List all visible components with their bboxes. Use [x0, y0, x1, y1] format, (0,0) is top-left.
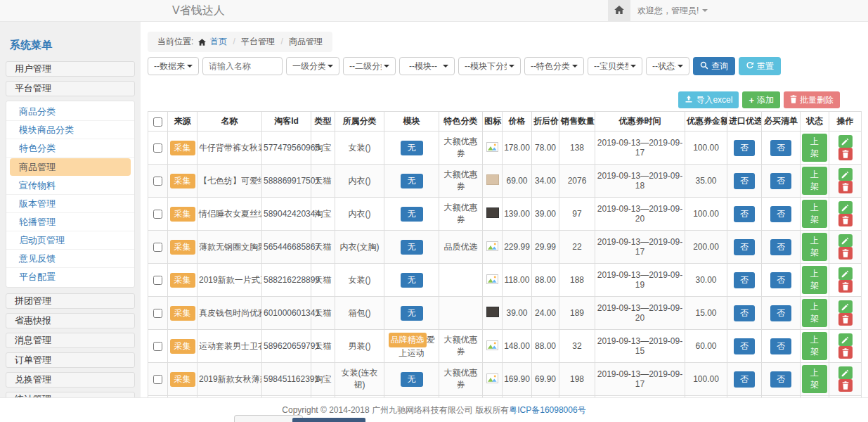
search-button[interactable]: 查询	[693, 57, 735, 75]
must-buy-toggle[interactable]: 否	[770, 305, 791, 321]
row-checkbox[interactable]	[153, 143, 162, 153]
module-select[interactable]: --模块--	[399, 57, 455, 75]
sidebar-item-user-mgmt[interactable]: 用户管理	[6, 61, 135, 77]
module-subcategory-select[interactable]: --模块下分类--	[458, 57, 521, 75]
import-optimal-toggle[interactable]: 否	[734, 305, 755, 321]
status-button[interactable]: 上架	[802, 167, 827, 195]
edit-button[interactable]	[838, 267, 853, 280]
module-badge[interactable]: 无	[401, 207, 423, 222]
item-type-select[interactable]: --宝贝类型--	[588, 57, 642, 75]
edit-button[interactable]	[838, 366, 853, 379]
module-badge[interactable]: 品牌精选	[389, 333, 427, 347]
data-source-select[interactable]: --数据来源--	[148, 57, 199, 75]
module-badge[interactable]: 无	[401, 141, 423, 155]
add-button[interactable]: +添加	[742, 91, 780, 108]
status-select[interactable]: --状态--	[646, 57, 689, 75]
row-checkbox[interactable]	[153, 276, 162, 285]
must-buy-toggle[interactable]: 否	[770, 140, 791, 156]
icon-cell	[483, 363, 503, 396]
status-button[interactable]: 上架	[802, 266, 827, 294]
must-buy-toggle[interactable]: 否	[770, 239, 791, 255]
row-checkbox[interactable]	[153, 309, 162, 318]
reset-button[interactable]: 重置	[739, 57, 781, 75]
import-optimal-toggle[interactable]: 否	[734, 338, 755, 354]
edit-button[interactable]	[838, 201, 853, 214]
import-optimal-toggle[interactable]: 否	[734, 140, 755, 156]
import-optimal-toggle[interactable]: 否	[734, 272, 755, 288]
edit-button[interactable]	[838, 234, 853, 247]
sidebar-item-exchange-mgmt[interactable]: 兑换管理	[6, 372, 135, 388]
status-button[interactable]: 上架	[802, 332, 827, 360]
sidebar-subitem-splash-mgmt[interactable]: 启动页管理	[6, 231, 134, 250]
edit-button[interactable]	[838, 168, 853, 181]
module-badge[interactable]: 无	[401, 273, 423, 288]
row-checkbox[interactable]	[153, 177, 162, 186]
name-input[interactable]	[202, 57, 283, 75]
import-optimal-toggle[interactable]: 否	[734, 239, 755, 255]
select-all-checkbox[interactable]	[153, 117, 162, 127]
delete-button[interactable]	[838, 346, 853, 359]
home-button[interactable]	[608, 0, 630, 21]
row-checkbox[interactable]	[153, 210, 162, 219]
sidebar-item-order-mgmt[interactable]: 订单管理	[6, 352, 135, 368]
module-badge[interactable]: 无	[401, 174, 423, 188]
delete-button[interactable]	[838, 181, 853, 193]
sidebar-subitem-product-mgmt[interactable]: 商品管理	[10, 158, 131, 176]
sidebar-subitem-promo-material[interactable]: 宣传物料	[6, 177, 134, 195]
status-button[interactable]: 上架	[802, 134, 827, 162]
product-module: 无	[384, 132, 439, 165]
delete-button[interactable]	[838, 214, 853, 226]
module-badge[interactable]: 无	[401, 372, 423, 387]
sidebar-subitem-carousel-mgmt[interactable]: 轮播管理	[6, 213, 134, 231]
edit-button[interactable]	[838, 135, 853, 148]
row-checkbox[interactable]	[153, 243, 162, 252]
image-placeholder-icon	[486, 376, 498, 385]
import-optimal-toggle[interactable]: 否	[734, 206, 755, 222]
edit-button[interactable]	[838, 333, 853, 346]
sidebar-subitem-version-mgmt[interactable]: 版本管理	[6, 195, 134, 213]
row-checkbox[interactable]	[153, 342, 162, 351]
col-module: 模块	[384, 112, 439, 132]
import-optimal-toggle[interactable]: 否	[734, 173, 755, 189]
sidebar-subitem-module-product-category[interactable]: 模块商品分类	[6, 121, 134, 139]
feature-category-select[interactable]: --特色分类--	[524, 57, 584, 75]
sidebar-item-savings-news[interactable]: 省惠快报	[6, 313, 135, 328]
status-button[interactable]: 上架	[802, 233, 827, 261]
must-buy-toggle[interactable]: 否	[770, 272, 791, 288]
must-buy-toggle[interactable]: 否	[770, 173, 791, 189]
delete-button[interactable]	[838, 247, 853, 260]
must-buy-toggle[interactable]: 否	[770, 338, 791, 354]
sidebar-subitem-feedback[interactable]: 意见反馈	[6, 250, 134, 268]
product-module: 无	[384, 198, 439, 231]
sidebar-item-platform-mgmt[interactable]: 平台管理	[6, 81, 135, 96]
topbar: V省钱达人 欢迎您，管理员!	[0, 0, 868, 22]
image-placeholder-icon	[486, 144, 498, 154]
status-button[interactable]: 上架	[802, 299, 827, 327]
sidebar-subitem-product-category[interactable]: 商品分类	[6, 103, 134, 121]
icp-link[interactable]: 粤ICP备16098006号	[509, 405, 585, 415]
delete-button[interactable]	[838, 379, 853, 392]
delete-button[interactable]	[838, 313, 853, 326]
level1-category-select[interactable]: 一级分类	[286, 57, 339, 75]
import-optimal-toggle[interactable]: 否	[734, 371, 755, 388]
user-menu[interactable]: 欢迎您，管理员!	[637, 0, 708, 21]
module-badge[interactable]: 无	[401, 306, 423, 321]
delete-button[interactable]	[838, 148, 853, 160]
sidebar-item-group-buy-mgmt[interactable]: 拼团管理	[6, 293, 135, 309]
row-checkbox[interactable]	[153, 375, 162, 384]
breadcrumb-home-link[interactable]: 首页	[210, 37, 227, 46]
must-buy-toggle[interactable]: 否	[770, 371, 791, 388]
must-buy-toggle[interactable]: 否	[770, 206, 791, 222]
status-button[interactable]: 上架	[802, 200, 827, 228]
sidebar-subitem-feature-category[interactable]: 特色分类	[6, 139, 134, 158]
batch-delete-button[interactable]: 批量删除	[784, 91, 840, 108]
status-button[interactable]: 上架	[802, 365, 827, 393]
level2-category-select[interactable]: --二级分类--	[343, 57, 396, 75]
edit-button[interactable]	[838, 300, 853, 313]
sidebar-subitem-platform-config[interactable]: 平台配置	[6, 268, 134, 286]
sidebar-item-message-mgmt[interactable]: 消息管理	[6, 333, 135, 348]
discount-price: 29.99	[532, 231, 559, 264]
module-badge[interactable]: 无	[401, 240, 423, 255]
delete-button[interactable]	[838, 280, 853, 293]
import-excel-button[interactable]: 导入excel	[678, 91, 739, 108]
